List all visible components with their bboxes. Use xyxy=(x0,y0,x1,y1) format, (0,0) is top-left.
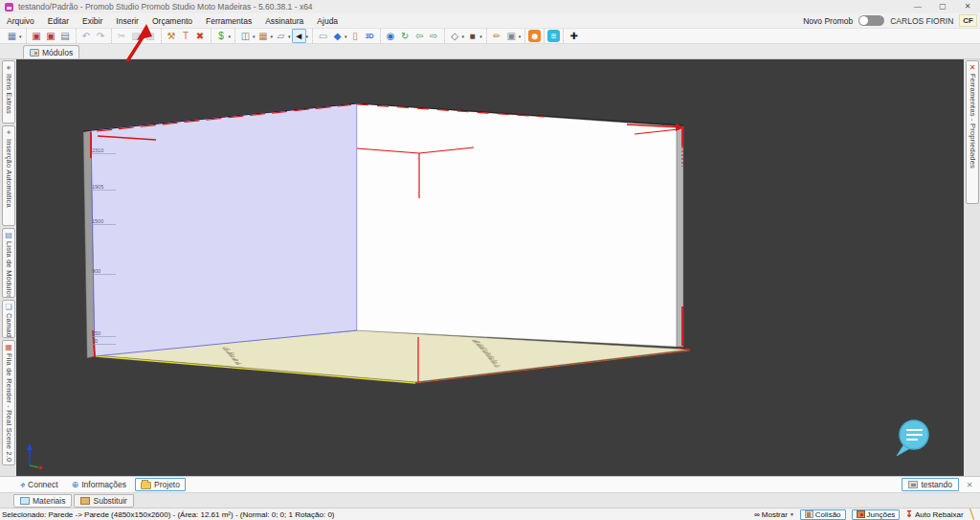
text-format-icon[interactable]: T xyxy=(179,29,193,43)
substituir-icon xyxy=(80,497,90,505)
colisao-button[interactable]: Colisão xyxy=(800,509,846,520)
insercao-automatica-icon: ✦ xyxy=(6,128,12,137)
menubar: Arquivo Editar Exibir Inserir Orçamento … xyxy=(0,13,980,28)
save-icon[interactable]: ▦ xyxy=(5,29,19,43)
menu-editar[interactable]: Editar xyxy=(41,14,76,28)
toolbar: ▦▾▣▣▤↶↷✂▨▧⚒T✖$▾◫▾▦▾▱▾◄▾▭◆▾▯3D◉↻⇦⇨◇▾■▾✏▣▾… xyxy=(0,28,980,44)
close-button[interactable]: ✕ xyxy=(955,0,980,13)
scene-canvas[interactable]: 23101905150090015070 xyxy=(16,59,964,476)
environments-dropdown[interactable]: ▾ xyxy=(253,34,256,39)
novo-promob-label: Novo Promob xyxy=(803,16,853,26)
budget-dollar-icon[interactable]: $ xyxy=(214,29,229,43)
guides-diamond-icon[interactable]: ◆ xyxy=(330,29,345,43)
camadas-icon: ❏ xyxy=(5,303,11,311)
auto-rebaixar-button[interactable]: ↧ Auto Rebaixar xyxy=(905,509,963,519)
sidebar-tab-fila-de-render[interactable]: ▦ Fila de Render - Real Scene 2.0 xyxy=(2,340,15,465)
walls-icon[interactable]: ▦ xyxy=(256,29,271,43)
menu-arquivo[interactable]: Arquivo xyxy=(0,14,41,28)
user-name: CARLOS FIORIN xyxy=(890,16,953,26)
tab-connect[interactable]: » Connect xyxy=(15,478,63,491)
measures-ruler-icon[interactable]: ▭ xyxy=(316,29,330,43)
orbit-rotate-icon[interactable]: ↻ xyxy=(398,29,412,43)
menu-orcamento[interactable]: Orçamento xyxy=(145,14,199,28)
menu-inserir[interactable]: Inserir xyxy=(109,14,145,28)
sidebar-tab-ferramentas-propriedades[interactable]: ✕ Ferramentas - Propriedades xyxy=(966,60,979,204)
document-tab-testando[interactable]: testando xyxy=(902,478,959,491)
modulos-tab-row: Módulos xyxy=(0,44,980,59)
view-3d-icon[interactable]: 3D xyxy=(363,29,377,43)
novo-promob-toggle[interactable] xyxy=(858,15,884,26)
tab-informacoes[interactable]: ⊕ Informações xyxy=(67,478,131,491)
render-cube-dropdown[interactable]: ▾ xyxy=(479,34,482,39)
visibility-eye-icon[interactable]: ◉ xyxy=(384,29,398,43)
ferramentas-propriedades-icon: ✕ xyxy=(969,63,976,72)
white-wall[interactable] xyxy=(357,103,677,347)
tab-materiais[interactable]: Materiais xyxy=(13,494,72,508)
menu-exibir[interactable]: Exibir xyxy=(76,14,109,28)
cut-icon[interactable]: ✂ xyxy=(115,29,129,43)
wrench-icon[interactable]: ╲ xyxy=(969,509,975,520)
render-cube-icon[interactable]: ■ xyxy=(465,29,479,43)
doors-windows-icon[interactable]: ▯ xyxy=(348,29,363,43)
avatar-person-icon[interactable]: ☻ xyxy=(528,30,541,42)
wall-height-label: 2310 xyxy=(92,147,103,153)
juncoes-icon xyxy=(857,510,865,518)
guides-diamond-dropdown[interactable]: ▾ xyxy=(345,34,347,39)
nav-forward-icon[interactable]: ⇨ xyxy=(427,29,441,43)
document-tab-close-button[interactable]: ✕ xyxy=(963,481,976,489)
tab-projeto[interactable]: Projeto xyxy=(135,478,186,491)
lighting-pencil-icon[interactable]: ✏ xyxy=(490,29,504,43)
tools-icon[interactable]: ⚒ xyxy=(165,29,179,43)
forms-icon[interactable]: ▱ xyxy=(274,29,288,43)
selection-status-text: Selecionado: Parede -> Parede (4850x150x… xyxy=(2,510,335,519)
undo-icon[interactable]: ↶ xyxy=(79,29,94,43)
sidebar-tab-camadas[interactable]: ❏ Camadas xyxy=(2,300,15,338)
promob-open-icon[interactable]: ▣ xyxy=(44,29,58,43)
3d-viewport[interactable]: 23101905150090015070 xyxy=(16,59,964,476)
maximize-button[interactable]: ▢ xyxy=(930,0,955,13)
auto-rebaixar-icon: ↧ xyxy=(905,509,913,519)
sidebar-tab-insercao-automatica[interactable]: ✦ Inserção Automática xyxy=(2,125,15,226)
print-icon[interactable]: ▤ xyxy=(58,29,73,43)
promob-send-icon[interactable]: ▣ xyxy=(30,29,44,43)
copy-icon[interactable]: ▨ xyxy=(129,29,144,43)
sidebar-tab-itens-extras[interactable]: ● Itens Extras xyxy=(2,60,15,124)
minimize-button[interactable]: — xyxy=(905,0,930,13)
user-badge[interactable]: CF xyxy=(959,14,977,27)
walls-dropdown[interactable]: ▾ xyxy=(271,34,274,39)
camera-icon[interactable]: ▣ xyxy=(504,29,519,43)
wall-height-label: 900 xyxy=(92,268,100,274)
paste-icon[interactable]: ▧ xyxy=(144,29,158,43)
tab-substituir[interactable]: Substituir xyxy=(74,494,133,508)
menu-ferramentas[interactable]: Ferramentas xyxy=(199,14,258,28)
fila-de-render-icon: ▦ xyxy=(5,343,12,351)
tab-modulos[interactable]: Módulos xyxy=(23,45,79,58)
menu-assinatura[interactable]: Assinatura xyxy=(258,14,310,28)
save-dropdown[interactable]: ▾ xyxy=(19,34,22,39)
wall-height-label: 1500 xyxy=(92,218,103,224)
connect-icon: » xyxy=(17,480,28,490)
chat-bubbles-icon[interactable]: ≡ xyxy=(547,30,560,42)
delete-icon[interactable]: ✖ xyxy=(193,29,208,43)
perspective-view-dropdown[interactable]: ▾ xyxy=(462,34,465,39)
pan-move-icon[interactable]: ✚ xyxy=(567,29,581,43)
glasses-icon: ∞ xyxy=(754,510,760,519)
perspective-view-icon[interactable]: ◇ xyxy=(448,29,462,43)
colisao-icon xyxy=(805,510,813,518)
menu-ajuda[interactable]: Ajuda xyxy=(310,14,345,28)
select-cursor-dropdown[interactable]: ▾ xyxy=(306,34,309,39)
app-icon[interactable] xyxy=(5,3,13,11)
budget-dollar-dropdown[interactable]: ▾ xyxy=(229,34,232,39)
mostrar-dropdown[interactable]: ∞ Mostrar ▼ xyxy=(754,510,794,519)
titlebar: testando/Padrão - Promob Studio Promob S… xyxy=(0,0,980,13)
environments-icon[interactable]: ◫ xyxy=(238,29,253,43)
forms-dropdown[interactable]: ▾ xyxy=(288,34,291,39)
juncoes-button[interactable]: Junções xyxy=(852,509,901,520)
redo-icon[interactable]: ↷ xyxy=(94,29,108,43)
selected-wall[interactable] xyxy=(91,103,357,356)
wall-height-label: 150 xyxy=(92,330,100,336)
sidebar-tab-lista-de-modulos[interactable]: ▤ Lista de Módulos xyxy=(2,228,15,298)
nav-back-icon[interactable]: ⇦ xyxy=(412,29,427,43)
camera-dropdown[interactable]: ▾ xyxy=(519,34,522,39)
select-cursor-icon[interactable]: ◄ xyxy=(292,29,306,43)
